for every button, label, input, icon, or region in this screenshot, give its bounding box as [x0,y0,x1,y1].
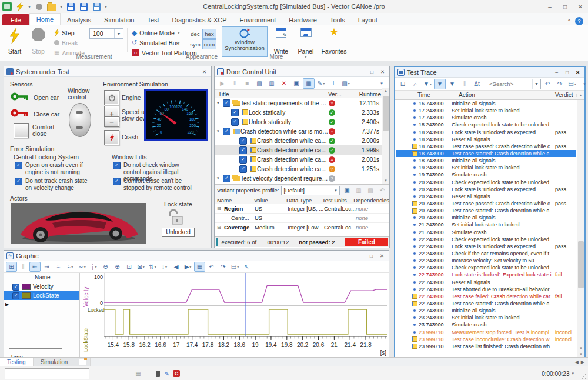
checkbox-checked-icon[interactable]: ✓ [223,175,230,182]
ribbon-tab[interactable]: Simulation [98,14,141,25]
ribbon-tab[interactable]: Environment [233,14,283,25]
trace-row[interactable]: 20.743900 Test case passed: Crash detect… [396,200,576,207]
prev-result-icon[interactable]: ↶ [542,79,553,89]
checkbox-checked-icon[interactable]: ✓ [15,178,22,185]
checkbox-checked-icon[interactable]: ✓ [239,137,247,145]
window-synchronization-button[interactable]: Window Synchronization [222,26,268,57]
capl-browser-icon[interactable]: C [172,369,181,378]
variant-profile-combo[interactable]: [Default] ▼ [281,186,340,195]
ribbon-tab[interactable]: Layout [352,14,384,25]
graphic-close-icon[interactable]: ✕ [377,252,386,259]
ribbon-tab[interactable]: Hardware [282,14,323,25]
save-config-icon[interactable] [66,2,75,11]
trace-row[interactable]: 22.243900 Check expected lock state to b… [396,236,576,243]
test-setup-icon[interactable]: ▤ [253,78,265,89]
trace-row[interactable]: 17.743900 Simulate crash... [396,114,576,121]
trace-col-verdict[interactable]: Verdict [555,92,576,98]
step-button[interactable]: Step [54,28,75,37]
checkbox-checked-icon[interactable]: ✓ [223,128,230,135]
close-car-key-icon[interactable] [11,109,30,117]
display-hex-button[interactable]: hex [202,29,216,39]
ribbon-tab[interactable]: Analysis [61,14,98,25]
checkbox-checked-icon[interactable]: ✓ [231,109,239,116]
ribbon-tab[interactable]: Home [29,13,61,25]
variant-col-name[interactable]: Name [215,197,254,204]
zoom-in-icon[interactable]: ⊕ [112,262,123,272]
config-settings-icon[interactable] [92,2,101,11]
trace-title-bar[interactable]: Test Trace – □ ✕ [395,67,584,78]
measurement-setup-icon[interactable]: ▦ [194,262,205,272]
pause-tests-icon[interactable]: ‖ [229,78,240,89]
columns-icon[interactable]: ▤ [566,79,578,89]
checkbox-checked-icon[interactable]: ✓ [113,178,121,185]
dcu-minimize-icon[interactable]: – [357,68,366,75]
filter-menu-icon[interactable]: ▼ [422,79,433,89]
trace-row[interactable]: 18.243900 Reset all signals... [396,136,576,143]
scroll-top-icon[interactable]: ▲ [576,94,584,97]
variant-col-dependencies[interactable]: Dependencies [353,197,389,204]
cls-check-1[interactable]: ✓Open on crash even if engine is not run… [15,162,92,175]
combo-dropdown-icon[interactable]: ▼ [114,29,123,38]
trace-row[interactable]: 21.743900 Simulate crash... [396,229,576,236]
online-mode-dropdown-icon[interactable]: ▾ [178,31,180,35]
trace-row[interactable]: 20.243900 Reset all signals... [396,193,576,200]
simulated-bus-dropdown-icon[interactable]: ▾ [178,41,180,45]
trace-row[interactable]: 22.743900 Test case failed: Crash detect… [396,293,576,300]
trace-row[interactable]: 22.743900 Test case started: Crash detec… [396,300,576,307]
trace-col-action[interactable]: Action [450,92,555,98]
import-icon[interactable]: ⊥ [328,78,339,89]
help-icon[interactable]: ? [575,17,583,25]
new-test-group-icon[interactable]: ▣ [290,78,302,89]
start-measurement-icon[interactable] [15,2,25,11]
pause-icon[interactable]: ‖ [459,79,470,89]
slow-down-button[interactable]: − [104,116,119,127]
engine-button[interactable] [104,90,119,105]
time-format-dropdown-icon[interactable]: ▾ [572,371,574,376]
trace-row[interactable]: 23.999710 Test case inconclusive: Crash … [396,336,576,343]
trace-row[interactable]: 19.243900 Set initial lock state to lock… [396,164,576,171]
window-control-rocker[interactable] [69,103,91,137]
sut-close-icon[interactable]: ✕ [200,68,209,75]
trace-row[interactable]: 18.243900 Check expected lock state to b… [396,121,576,128]
variant-col-value[interactable]: Value [254,197,286,204]
open-dropdown-icon[interactable]: ▾ [60,4,62,9]
scroll-down-icon[interactable]: ▼ [382,178,389,184]
graphic-maximize-icon[interactable]: □ [367,252,376,259]
checkbox-checked-icon[interactable]: ✓ [15,162,22,169]
trace-row[interactable]: 22.743900 Initialize all signals... [396,307,576,314]
scroll-signal-icon[interactable]: ↕ [159,262,170,272]
ribbon-tab[interactable]: Tools [323,14,352,25]
tree-expander-icon[interactable]: ▾ [217,176,223,181]
trace-row[interactable]: 22.743900 Reset all signals... [396,279,576,286]
open-car-key-icon[interactable] [11,92,30,101]
graphic-title-bar[interactable]: ∿ Graphic – □ ✕ [4,251,389,261]
test-tree-row[interactable]: ✓ Crash detection while car is movi... 2… [215,155,382,164]
close-button[interactable]: ✕ [573,1,588,12]
test-tree-row[interactable]: ▾ ✓ Crash detection while car is moving … [215,126,382,136]
trace-row[interactable]: 22.243900 Check if the car remains opene… [396,250,576,257]
trace-row[interactable]: 23.999710 Test case list finished: Crash… [396,343,576,350]
copy-profile-icon[interactable]: ▥ [354,185,363,196]
trace-row[interactable]: 23.999710 Measurement stop forced. Test … [396,329,576,336]
dcu-close-icon[interactable]: ✕ [378,68,387,75]
graphic-minimize-icon[interactable]: – [356,252,365,259]
scroll-page-down-icon[interactable]: ▼ [577,345,584,351]
export-profile-icon[interactable]: ▤ [366,185,375,196]
display-num-button[interactable]: num [202,39,216,49]
test-tree-row[interactable]: ✓ Crash detection while car is movi... 2… [215,136,382,145]
new-layout-icon[interactable] [75,358,91,366]
trace-maximize-icon[interactable]: □ [563,69,572,76]
trace-row[interactable]: 22.743900 Check expected lock state to b… [396,264,576,271]
row-expander-icon[interactable]: ⊞ [217,225,222,230]
trace-row[interactable]: 17.243900 Set initial lock state to lock… [396,107,576,114]
checkbox-checked-icon[interactable]: ✓ [223,99,230,107]
test-tree-row[interactable]: ✓ Crash detection while car is movi... 1… [215,164,382,174]
trace-row[interactable]: 16.743900 Initialize all signals... [396,100,576,107]
stop-measurement-icon[interactable] [34,2,44,11]
legend-header[interactable]: Name [4,273,79,282]
trace-row[interactable]: 18.243900 Lock state is 'unlocked' as ex… [396,129,576,136]
test-tree-row[interactable]: ✓ Lock statically 2.333s [215,108,382,117]
minimize-button[interactable]: – [542,1,557,12]
undo-profile-icon[interactable]: ↶ [377,185,387,196]
start-button[interactable]: Start [4,26,26,55]
